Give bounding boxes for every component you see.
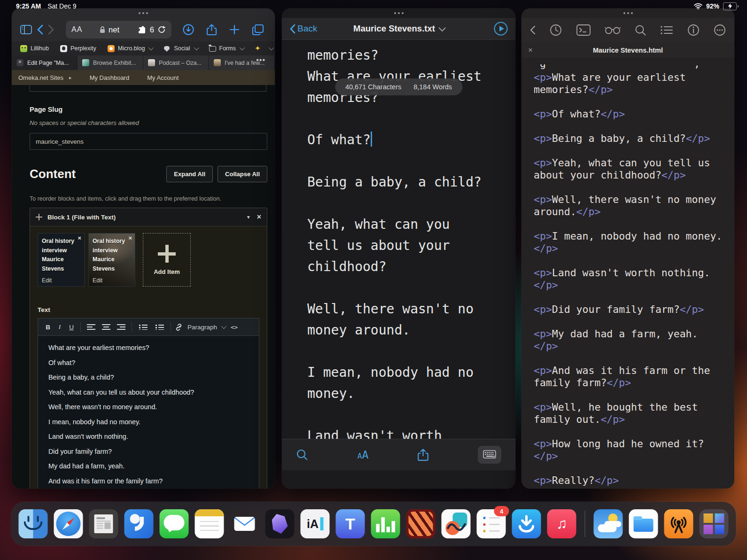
- mail-icon[interactable]: [230, 509, 259, 538]
- affinity-icon[interactable]: [406, 509, 436, 538]
- share-icon[interactable]: [207, 24, 217, 36]
- sidebar-icon[interactable]: [20, 25, 32, 34]
- info-icon[interactable]: [687, 24, 700, 36]
- ia-writer-icon[interactable]: iA: [301, 509, 330, 538]
- back-icon[interactable]: [530, 25, 536, 35]
- add-item-button[interactable]: Add Item: [143, 233, 191, 287]
- favorites-more-icon[interactable]: •••: [256, 56, 265, 64]
- browser-tab[interactable]: Edit Page "Ma...: [12, 55, 78, 70]
- tab-favicon: [148, 59, 155, 66]
- numbered-list-icon[interactable]: [155, 324, 164, 330]
- downloads-icon[interactable]: [183, 24, 194, 35]
- share-icon[interactable]: [418, 449, 428, 461]
- collapse-all-button[interactable]: Collapse All: [218, 166, 267, 182]
- obsidian-icon[interactable]: [265, 509, 295, 538]
- reader-glasses-icon[interactable]: [605, 25, 621, 35]
- remove-item-icon[interactable]: ×: [78, 234, 81, 241]
- collapse-block-icon[interactable]: ▾: [247, 214, 250, 220]
- reload-icon[interactable]: [157, 25, 166, 34]
- font-settings-button[interactable]: AA: [358, 449, 369, 461]
- omeka-nav-item[interactable]: My Account: [147, 74, 179, 81]
- search-icon[interactable]: [296, 449, 308, 461]
- editor-paragraph: I mean, nobody had no money.: [48, 418, 249, 427]
- attached-item-card[interactable]: × Oral history interview Maurice Stevens…: [38, 233, 85, 287]
- document-title-menu[interactable]: Maurice Stevens.txt: [353, 23, 444, 34]
- item-edit-link[interactable]: Edit: [93, 277, 102, 284]
- browser-tab[interactable]: Browse Exhibit...: [78, 55, 143, 70]
- code-line: <p>Land wasn't worth nothing.</p>: [534, 267, 722, 291]
- text-paragraph: I mean, nobody had no money.: [307, 362, 482, 404]
- editor-paragraph: Did your family farm?: [48, 448, 249, 456]
- plus-icon: [158, 245, 176, 263]
- browser-tab[interactable]: Podcast – Oza...: [143, 55, 209, 70]
- tabs-overview-icon[interactable]: [252, 24, 264, 35]
- move-handle-icon[interactable]: [36, 214, 42, 220]
- delete-block-icon[interactable]: ×: [257, 213, 261, 221]
- linea-icon[interactable]: [442, 509, 471, 538]
- finder-icon[interactable]: [19, 509, 48, 538]
- search-icon[interactable]: [635, 24, 646, 36]
- favorite-item[interactable]: Micro.blog: [108, 45, 153, 52]
- numbers-icon[interactable]: [371, 509, 400, 538]
- close-tab-icon[interactable]: ×: [528, 46, 533, 55]
- symbol-list-icon[interactable]: [661, 25, 673, 35]
- evernote-icon[interactable]: [124, 509, 154, 538]
- html-open-tag: <p>: [534, 328, 552, 340]
- favorite-item[interactable]: Perplexity: [60, 45, 96, 52]
- richtext-editor[interactable]: What are your earliest memories? Of what…: [38, 336, 259, 489]
- favorite-item[interactable]: [255, 45, 272, 52]
- forward-button[interactable]: [48, 24, 54, 35]
- page-title-field-clipped[interactable]: [30, 85, 266, 92]
- app-folder-icon[interactable]: [700, 509, 729, 538]
- back-button[interactable]: [37, 24, 43, 35]
- link-icon[interactable]: [175, 323, 183, 331]
- weather-icon[interactable]: [594, 509, 623, 538]
- favorite-item[interactable]: Lillihub: [20, 45, 49, 52]
- messages-icon[interactable]: [160, 509, 189, 538]
- keyboard-icon[interactable]: [478, 446, 501, 464]
- files-icon[interactable]: [629, 509, 658, 538]
- address-bar[interactable]: AA net 6: [66, 21, 171, 39]
- overcast-icon[interactable]: [664, 509, 693, 538]
- news-icon[interactable]: [89, 509, 118, 538]
- omeka-nav-item[interactable]: My Dashboard: [90, 74, 130, 81]
- block-header[interactable]: Block 1 (File with Text) ▾ ×: [30, 208, 267, 226]
- code-content[interactable]: g , <p>What are your earliest memories?<…: [521, 59, 734, 489]
- italic-button[interactable]: I: [55, 323, 64, 331]
- attached-item-card[interactable]: × Oral history interview Maurice Stevens…: [88, 233, 135, 287]
- favorite-item[interactable]: Social: [163, 45, 197, 52]
- align-center-icon[interactable]: [102, 324, 110, 330]
- item-edit-link[interactable]: Edit: [42, 277, 52, 284]
- terminal-icon[interactable]: [576, 24, 591, 36]
- textastic-icon[interactable]: T: [336, 509, 365, 538]
- align-right-icon[interactable]: [117, 324, 125, 330]
- expand-all-button[interactable]: Expand All: [166, 166, 213, 182]
- html-close-tag: </p>: [594, 474, 619, 486]
- reader-button[interactable]: AA: [71, 25, 82, 34]
- recent-files-icon[interactable]: [550, 24, 562, 36]
- safari-icon[interactable]: [54, 509, 83, 538]
- code-line: <p>Being a baby, a child?</p>: [534, 132, 722, 145]
- bold-button[interactable]: B: [43, 324, 53, 331]
- page-slug-input[interactable]: [30, 133, 267, 150]
- omeka-nav-item[interactable]: Omeka.net Sites ▸: [18, 74, 72, 81]
- source-code-button[interactable]: <>: [231, 324, 238, 331]
- play-button[interactable]: [494, 22, 508, 36]
- notes-icon[interactable]: [195, 509, 224, 538]
- more-icon[interactable]: [714, 24, 726, 36]
- align-left-icon[interactable]: [87, 324, 95, 330]
- tab-favicon: [214, 59, 221, 66]
- extensions-icon[interactable]: [137, 25, 147, 34]
- text-editor-content[interactable]: 40,671 Characters 8,184 Words memories? …: [282, 40, 515, 470]
- documents-icon[interactable]: [512, 509, 541, 538]
- remove-item-icon[interactable]: ×: [128, 234, 132, 241]
- paragraph-style-dropdown[interactable]: Paragraph: [187, 324, 217, 331]
- new-tab-icon[interactable]: [229, 24, 240, 35]
- underline-button[interactable]: U: [66, 324, 77, 331]
- music-icon[interactable]: ♫: [547, 509, 576, 538]
- tasks-icon[interactable]: 4: [477, 509, 506, 538]
- favorite-item[interactable]: Forms: [209, 45, 243, 52]
- back-button[interactable]: Back: [289, 23, 317, 34]
- code-filename: Maurice Stevens.html: [593, 47, 663, 54]
- bullet-list-icon[interactable]: [139, 324, 148, 330]
